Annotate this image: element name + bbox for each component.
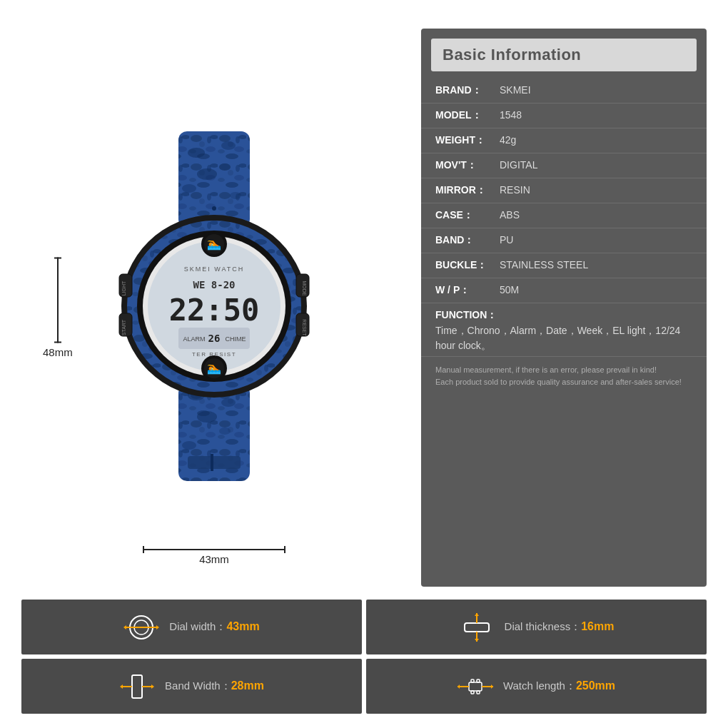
mirror-row: MIRROR： RESIN bbox=[421, 178, 707, 203]
watch-length-text: Watch length：250mm bbox=[503, 679, 615, 693]
dial-thickness-cell: Dial thickness：16mm bbox=[366, 600, 707, 654]
svg-marker-73 bbox=[120, 684, 123, 689]
dial-thickness-value: 16mm bbox=[581, 620, 614, 632]
buckle-label: BUCKLE： bbox=[435, 259, 500, 272]
bottom-metrics: Dial width：43mm Dial thickness：16mm bbox=[21, 600, 707, 714]
svg-rect-26 bbox=[211, 454, 213, 471]
wp-row: W / P： 50M bbox=[421, 278, 707, 303]
case-value: ABS bbox=[500, 209, 692, 221]
svg-point-15 bbox=[182, 184, 196, 193]
info-title-bar: Basic Information bbox=[431, 39, 697, 71]
svg-text:START: START bbox=[121, 319, 126, 335]
svg-point-24 bbox=[182, 441, 196, 450]
disclaimer: Manual measurement, if there is an error… bbox=[421, 357, 707, 388]
movt-row: MOV'T： DIGITAL bbox=[421, 153, 707, 178]
watch-length-value: 250mm bbox=[576, 679, 615, 692]
dial-thickness-icon bbox=[459, 613, 495, 642]
svg-marker-63 bbox=[123, 625, 126, 630]
svg-rect-77 bbox=[477, 679, 480, 682]
svg-point-11 bbox=[188, 148, 205, 158]
model-value: 1548 bbox=[500, 109, 692, 121]
wp-label: W / P： bbox=[435, 284, 500, 297]
model-label: MODEL： bbox=[435, 109, 500, 122]
svg-rect-78 bbox=[471, 691, 474, 694]
height-dimension: 48mm bbox=[43, 258, 73, 358]
svg-text:WE 8-20: WE 8-20 bbox=[193, 279, 235, 290]
band-width-value: 28mm bbox=[231, 679, 264, 692]
weight-row: WEIGHT： 42g bbox=[421, 128, 707, 153]
function-label: FUNCTION： bbox=[435, 309, 692, 322]
svg-rect-25 bbox=[188, 456, 241, 469]
watch-length-cell: Watch length：250mm bbox=[366, 659, 707, 714]
height-label: 48mm bbox=[43, 346, 73, 358]
dial-thickness-text: Dial thickness：16mm bbox=[505, 620, 615, 634]
top-section: 48mm bbox=[21, 29, 707, 587]
svg-marker-74 bbox=[151, 684, 154, 689]
dial-width-value: 43mm bbox=[226, 620, 259, 632]
svg-text:RESET: RESET bbox=[302, 319, 307, 336]
weight-value: 42g bbox=[500, 134, 692, 146]
svg-rect-75 bbox=[469, 682, 482, 691]
model-row: MODEL： 1548 bbox=[421, 103, 707, 128]
wp-value: 50M bbox=[500, 284, 692, 295]
info-title: Basic Information bbox=[443, 46, 581, 64]
horizontal-line bbox=[143, 549, 285, 550]
svg-marker-69 bbox=[475, 639, 479, 642]
svg-point-16 bbox=[230, 192, 241, 199]
mirror-value: RESIN bbox=[500, 184, 692, 196]
watch-length-label: Watch length： bbox=[503, 679, 576, 692]
svg-point-12 bbox=[221, 141, 236, 150]
movt-label: MOV'T： bbox=[435, 159, 500, 172]
svg-rect-79 bbox=[477, 691, 480, 694]
svg-rect-76 bbox=[471, 679, 474, 682]
width-dimension: 43mm bbox=[143, 549, 285, 565]
svg-point-23 bbox=[219, 428, 231, 435]
buckle-row: BUCKLE： STAINLESS STEEL bbox=[421, 253, 707, 278]
svg-rect-65 bbox=[465, 623, 489, 632]
case-label: CASE： bbox=[435, 209, 500, 222]
svg-rect-10 bbox=[178, 131, 250, 228]
svg-point-13 bbox=[197, 168, 217, 180]
svg-marker-82 bbox=[457, 684, 460, 689]
movt-value: DIGITAL bbox=[500, 159, 692, 171]
svg-text:ALARM: ALARM bbox=[183, 335, 205, 343]
brand-row: BRAND： SKMEI bbox=[421, 79, 707, 103]
case-row: CASE： ABS bbox=[421, 203, 707, 228]
watch-panel: 48mm bbox=[21, 29, 407, 587]
svg-text:🏊: 🏊 bbox=[207, 237, 221, 251]
main-container: 48mm bbox=[0, 0, 728, 728]
band-value: PU bbox=[500, 234, 692, 246]
watch-length-icon bbox=[457, 672, 493, 701]
band-row: BAND： PU bbox=[421, 228, 707, 253]
svg-point-17 bbox=[212, 206, 216, 211]
mirror-label: MIRROR： bbox=[435, 184, 500, 197]
width-label: 43mm bbox=[199, 553, 229, 565]
svg-text:LIGHT: LIGHT bbox=[121, 280, 126, 295]
dial-thickness-label: Dial thickness： bbox=[505, 620, 582, 632]
svg-text:SKMEI WATCH: SKMEI WATCH bbox=[184, 266, 245, 273]
svg-text:CHIME: CHIME bbox=[226, 335, 246, 343]
band-label: BAND： bbox=[435, 234, 500, 247]
svg-marker-83 bbox=[491, 684, 493, 689]
weight-label: WEIGHT： bbox=[435, 134, 500, 147]
band-width-label: Band Width： bbox=[165, 679, 231, 692]
svg-marker-68 bbox=[475, 613, 479, 616]
band-width-icon bbox=[119, 672, 155, 701]
info-panel: Basic Information BRAND： SKMEI MODEL： 15… bbox=[421, 29, 707, 587]
svg-text:22:50: 22:50 bbox=[169, 293, 259, 328]
buckle-value: STAINLESS STEEL bbox=[500, 259, 692, 271]
svg-text:🏊: 🏊 bbox=[207, 361, 221, 375]
svg-marker-64 bbox=[156, 625, 159, 630]
svg-text:TER RESIST: TER RESIST bbox=[192, 351, 236, 358]
brand-value: SKMEI bbox=[500, 84, 692, 96]
svg-text:MODE: MODE bbox=[302, 281, 307, 296]
svg-rect-70 bbox=[132, 675, 142, 698]
svg-text:26: 26 bbox=[208, 333, 221, 344]
svg-point-21 bbox=[221, 398, 236, 407]
vertical-line bbox=[57, 258, 59, 343]
band-width-text: Band Width：28mm bbox=[165, 679, 264, 693]
band-width-cell: Band Width：28mm bbox=[21, 659, 362, 714]
disclaimer-line2: Each product sold to provide quality ass… bbox=[435, 376, 692, 388]
dial-width-label: Dial width： bbox=[169, 620, 226, 632]
function-row: FUNCTION： Time，Chrono，Alarm，Date，Week，EL… bbox=[421, 303, 707, 357]
